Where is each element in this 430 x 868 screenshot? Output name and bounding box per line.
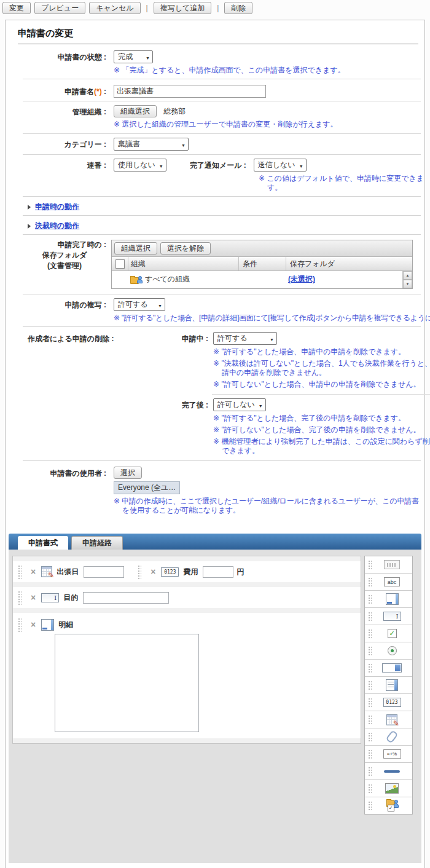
save-folder-toolbar: 組織選択 選択を解除	[112, 240, 412, 257]
dropdown-arrow-icon	[154, 301, 162, 309]
category-select[interactable]: 稟議書	[114, 138, 189, 151]
drag-handle[interactable]	[17, 617, 22, 632]
save-folder-row: 申請完了時の 保存フォルダ (文書管理) 組織選択 選択を解除 組織 条件 保存…	[6, 235, 424, 294]
drag-handle-icon	[367, 749, 372, 760]
field-palette: abc 0123 ×+%	[364, 556, 413, 815]
in-progress-select[interactable]: 許可する	[213, 332, 277, 345]
string-field-icon: abc	[384, 577, 400, 586]
dropdown-field-icon	[382, 663, 402, 673]
palette-item-image-field[interactable]	[365, 780, 412, 797]
delete-field-icon[interactable]	[31, 620, 36, 629]
delete-button[interactable]: 削除	[224, 2, 252, 14]
delete-field-icon[interactable]	[31, 593, 36, 602]
folder-clear-button[interactable]: 選択を解除	[160, 242, 211, 254]
drag-handle-icon	[367, 611, 372, 622]
managing-org-label: 管理組織	[6, 105, 106, 117]
approval-actions-link[interactable]: 決裁時の動作	[35, 221, 79, 231]
top-toolbar: 変更 プレビュー キャンセル | 複写して追加 | 削除	[0, 0, 430, 16]
divider	[212, 394, 430, 395]
change-button[interactable]: 変更	[2, 2, 31, 14]
palette-item-date-field[interactable]	[365, 711, 412, 728]
preview-button[interactable]: プレビュー	[34, 2, 85, 14]
after-done-group: 完了後 許可しない	[169, 398, 430, 411]
palette-item-calc-field[interactable]: ×+%	[365, 746, 412, 763]
status-row: 申請書の状態 完成 ※ 「完成」とすると、申請作成画面で、この申請書を選択できま…	[6, 44, 424, 79]
dropdown-arrow-icon	[266, 334, 274, 343]
dropdown-arrow-icon	[295, 161, 303, 170]
scroll-up-icon[interactable]	[403, 271, 412, 280]
notify-mail-note: ※ この値はデフォルト値で、申請時に変更できます。	[259, 174, 424, 192]
managing-org-row: 管理組織 組織選択 総務部 ※ 選択した組織の管理ユーザーで申請書の変更・削除が…	[6, 101, 424, 133]
after-done-select[interactable]: 許可しない	[213, 398, 266, 411]
palette-item-number-field[interactable]: 0123	[365, 694, 412, 711]
drag-handle[interactable]	[137, 564, 141, 579]
listbox-field-icon	[386, 679, 398, 691]
palette-item-string-field[interactable]: abc	[365, 574, 412, 591]
cost-input[interactable]	[203, 566, 233, 578]
users-select-button[interactable]: 選択	[114, 467, 142, 479]
palette-item-dropdown-field[interactable]	[365, 660, 412, 677]
palette-item-route-user-field[interactable]	[365, 797, 412, 814]
save-folder-label: 申請完了時の 保存フォルダ (文書管理)	[6, 240, 106, 271]
status-select[interactable]: 完成	[114, 50, 153, 63]
canvas-separator	[13, 582, 361, 587]
dropdown-arrow-icon	[178, 140, 186, 149]
status-note: ※ 「完成」とすると、申請作成画面で、この申請書を選択できます。	[114, 66, 345, 75]
input-field-icon	[383, 612, 401, 621]
palette-item-label-field[interactable]	[365, 556, 412, 574]
palette-item-listbox-field[interactable]	[365, 677, 412, 694]
sequence-notify-row: 連番 使用しない 完了通知メール 送信しない ※ この値はデフォルト値で、申請時…	[6, 155, 424, 196]
copy-permission-select[interactable]: 許可する	[114, 298, 165, 311]
detail-label: 明細	[58, 620, 73, 630]
select-all-checkbox[interactable]	[115, 259, 125, 269]
main-panel: 申請書の変更 申請書の状態 完成 ※ 「完成」とすると、申請作成画面で、この申請…	[5, 20, 425, 868]
org-select-button[interactable]: 組織選択	[114, 105, 157, 117]
toolbar-separator: |	[215, 4, 221, 12]
palette-item-checkbox-field[interactable]	[365, 625, 412, 642]
after-done-notes: ※ "許可する"とした場合、完了後の申請を削除できます。 ※ "許可しない"とし…	[213, 414, 430, 456]
delete-field-icon[interactable]	[150, 567, 155, 576]
folder-unselected-link[interactable]: (未選択)	[288, 275, 315, 283]
user-tag: Everyone (全ユ…	[114, 481, 180, 494]
page-title: 申請書の変更	[18, 28, 418, 44]
purpose-input[interactable]	[83, 592, 169, 604]
palette-item-radio-field[interactable]	[365, 642, 412, 660]
image-field-icon	[385, 783, 399, 794]
status-value: 完成	[118, 52, 133, 62]
sequence-select[interactable]: 使用しない	[114, 159, 166, 172]
palette-item-separator-field[interactable]	[365, 763, 412, 780]
form-users-row: 申請書の使用者 選択 Everyone (全ユ… ※ 申請の作成時に、ここで選択…	[6, 461, 424, 525]
trip-date-label: 出張日	[57, 567, 79, 577]
drag-handle[interactable]	[17, 590, 22, 605]
approval-actions-row: 決裁時の動作	[6, 216, 424, 234]
scroll-down-icon[interactable]	[403, 280, 412, 288]
builder-row: 明細	[13, 613, 361, 732]
drag-handle-icon	[367, 697, 372, 708]
calc-field-icon: ×+%	[383, 749, 401, 759]
in-progress-group: 申請中 許可する	[169, 332, 430, 345]
table-row: すべての組織 (未選択)	[112, 271, 402, 288]
name-input[interactable]	[114, 85, 266, 98]
label-field-icon	[384, 560, 400, 569]
detail-textarea[interactable]	[55, 634, 199, 732]
table-scrollbar	[402, 271, 412, 288]
status-label: 申請書の状態	[6, 50, 106, 63]
delete-field-icon[interactable]	[31, 567, 36, 576]
drag-handle-icon	[367, 663, 372, 674]
apply-actions-link[interactable]: 申請時の動作	[35, 202, 79, 212]
drag-handle-icon	[367, 783, 372, 794]
cancel-button[interactable]: キャンセル	[89, 2, 140, 14]
tab-form-style[interactable]: 申請書式	[18, 536, 68, 550]
palette-item-textarea-field[interactable]	[365, 591, 412, 608]
tab-route[interactable]: 申請経路	[71, 536, 123, 550]
folder-org-select-button[interactable]: 組織選択	[114, 242, 157, 254]
drag-handle[interactable]	[17, 564, 22, 579]
palette-item-attachment-field[interactable]	[365, 728, 412, 746]
trip-date-input[interactable]	[84, 566, 124, 578]
in-progress-label: 申請中	[169, 332, 208, 344]
palette-item-input-field[interactable]	[365, 608, 412, 625]
expand-arrow-icon	[28, 205, 31, 210]
managing-org-value: 総務部	[163, 107, 186, 116]
copy-add-button[interactable]: 複写して追加	[154, 2, 212, 14]
notify-mail-select[interactable]: 送信しない	[254, 159, 307, 172]
